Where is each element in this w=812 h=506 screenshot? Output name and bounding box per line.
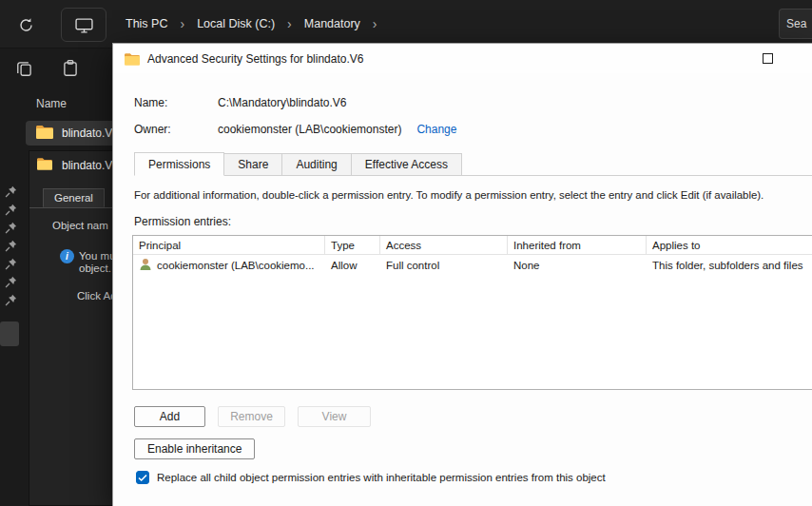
- add-button[interactable]: Add: [134, 406, 205, 427]
- column-header-inherited-from[interactable]: Inherited from: [508, 236, 647, 255]
- explorer-address-bar: This PC › Local Disk (C:) › Mandatory › …: [0, 0, 812, 49]
- table-row[interactable]: cookiemonster (LAB\cookiemo... Allow Ful…: [133, 255, 812, 276]
- info-icon: i: [60, 249, 74, 263]
- maximize-icon: [763, 53, 773, 64]
- dialog-tabs: Permissions Share Auditing Effective Acc…: [134, 154, 812, 176]
- owner-field-row: Owner: cookiemonster (LAB\cookiemonster)…: [134, 123, 456, 136]
- cell-principal: cookiemonster (LAB\cookiemo...: [133, 255, 325, 276]
- search-placeholder-fragment: Sea: [786, 17, 806, 30]
- user-icon: [139, 258, 152, 273]
- table-header-row: Principal Type Access Inherited from App…: [133, 236, 812, 255]
- tab-share[interactable]: Share: [224, 153, 282, 176]
- cell-applies-to: This folder, subfolders and files: [647, 255, 812, 276]
- dialog-titlebar[interactable]: Advanced Security Settings for blindato.…: [113, 44, 812, 73]
- remove-button: Remove: [218, 406, 285, 427]
- advanced-security-dialog: Advanced Security Settings for blindato.…: [112, 43, 812, 506]
- info-glyph: i: [66, 251, 68, 262]
- table-buttons-row: Add Remove View: [134, 406, 371, 427]
- tab-auditing[interactable]: Auditing: [282, 153, 351, 176]
- breadcrumb-local-disk-c[interactable]: Local Disk (C:): [191, 13, 280, 34]
- pin-icon[interactable]: [5, 239, 18, 252]
- copy-icon[interactable]: [15, 59, 34, 78]
- properties-title-text: blindato.V: [62, 159, 112, 172]
- name-label: Name:: [134, 96, 218, 109]
- pin-icon[interactable]: [5, 293, 18, 306]
- desktop: This PC › Local Disk (C:) › Mandatory › …: [0, 0, 812, 506]
- pin-icon[interactable]: [5, 257, 18, 270]
- breadcrumb-mandatory[interactable]: Mandatory: [299, 13, 366, 34]
- refresh-icon[interactable]: [13, 12, 38, 37]
- file-name-label: blindato.V6: [62, 126, 119, 140]
- cell-type: Allow: [325, 255, 380, 276]
- column-header-type[interactable]: Type: [325, 236, 380, 255]
- pin-icon[interactable]: [5, 275, 18, 288]
- info-text-line2: object.: [79, 263, 111, 274]
- pin-icon[interactable]: [5, 221, 18, 234]
- replace-permissions-checkbox[interactable]: [136, 471, 149, 484]
- replace-permissions-row: Replace all child object permission entr…: [136, 471, 606, 484]
- pin-icon[interactable]: [5, 203, 18, 216]
- chevron-right-icon[interactable]: ›: [173, 17, 191, 30]
- principal-text: cookiemonster (LAB\cookiemo...: [157, 260, 315, 271]
- breadcrumb-this-pc[interactable]: This PC: [120, 13, 173, 34]
- permission-entries-table: Principal Type Access Inherited from App…: [132, 235, 812, 390]
- maximize-button[interactable]: [745, 44, 789, 73]
- tab-effective-access[interactable]: Effective Access: [352, 153, 462, 176]
- chevron-right-icon[interactable]: ›: [280, 17, 299, 30]
- cell-access: Full control: [380, 255, 508, 276]
- view-button: View: [298, 406, 371, 427]
- cell-inherited-from: None: [508, 255, 647, 276]
- owner-value: cookiemonster (LAB\cookiemonster): [218, 123, 401, 136]
- folder-icon: [37, 158, 52, 173]
- properties-dialog-title: blindato.V: [37, 158, 112, 173]
- pin-icon[interactable]: [5, 185, 18, 198]
- replace-permissions-label: Replace all child object permission entr…: [157, 472, 606, 483]
- column-header-access[interactable]: Access: [380, 236, 508, 255]
- folder-icon: [125, 52, 140, 69]
- column-header-applies-to[interactable]: Applies to: [647, 236, 812, 255]
- tab-general[interactable]: General: [43, 188, 105, 207]
- object-name-label: Object nam: [52, 220, 108, 231]
- permissions-description: For additional information, double-click…: [134, 189, 808, 201]
- search-input[interactable]: Sea: [779, 9, 812, 39]
- hint-text: Click Ad: [77, 290, 117, 302]
- change-owner-link[interactable]: Change: [416, 123, 456, 136]
- paste-icon[interactable]: [61, 59, 80, 78]
- name-field-row: Name: C:\Mandatory\blindato.V6: [134, 96, 346, 109]
- this-pc-icon[interactable]: [61, 8, 106, 42]
- nav-rail-highlight: [0, 321, 19, 346]
- enable-inheritance-button[interactable]: Enable inheritance: [134, 438, 255, 459]
- tab-permissions[interactable]: Permissions: [134, 152, 224, 176]
- owner-label: Owner:: [134, 123, 218, 136]
- chevron-right-icon[interactable]: ›: [366, 17, 384, 30]
- folder-icon: [36, 126, 53, 142]
- permission-entries-label: Permission entries:: [134, 215, 231, 228]
- column-header-principal[interactable]: Principal: [133, 236, 325, 255]
- breadcrumb: This PC › Local Disk (C:) › Mandatory ›: [120, 0, 384, 48]
- column-header-name[interactable]: Name: [36, 97, 67, 110]
- name-value: C:\Mandatory\blindato.V6: [218, 96, 346, 109]
- dialog-title: Advanced Security Settings for blindato.…: [147, 44, 363, 73]
